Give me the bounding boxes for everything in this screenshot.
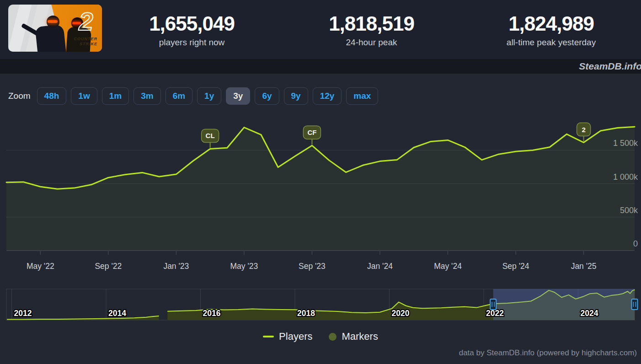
zoom-button-max[interactable]: max xyxy=(346,87,378,105)
legend-players-label: Players xyxy=(279,331,312,343)
x-axis-label: Sep '24 xyxy=(502,262,529,271)
wordmark-counter: COUNTER xyxy=(74,37,98,42)
navigator-selection-mask[interactable] xyxy=(493,289,635,320)
x-axis-label: May '23 xyxy=(230,262,258,271)
alltime-peak-label: all-time peak yesterday xyxy=(507,37,596,48)
brand-bar: SteamDB.info xyxy=(0,59,641,74)
24h-peak-value: 1,818,519 xyxy=(329,12,414,35)
wordmark-strike: STRIKE xyxy=(74,42,98,47)
zoom-toolbar: Zoom 48h1w1m3m6m1y3y6y9y12ymax xyxy=(8,87,378,105)
legend-item-markers[interactable]: Markers xyxy=(329,331,378,343)
navigator-year-label: 2018 xyxy=(297,309,315,318)
ct-silhouette xyxy=(35,24,67,52)
players-area-fill xyxy=(6,127,635,251)
x-axis-label: Jan '25 xyxy=(571,262,597,271)
players-line-swatch xyxy=(263,336,274,337)
stat-alltime-peak: 1,824,989 all-time peak yesterday xyxy=(461,0,641,59)
zoom-button-1m[interactable]: 1m xyxy=(102,87,129,105)
stat-current-players: 1,655,049 players right now xyxy=(102,0,282,59)
steamdb-watermark: SteamDB.info xyxy=(579,61,641,72)
x-axis-label: Jan '23 xyxy=(163,262,189,271)
navigator-year-label: 2012 xyxy=(14,309,32,318)
zoom-button-3y[interactable]: 3y xyxy=(226,87,250,105)
chart-credits[interactable]: data by SteamDB.info (powered by highcha… xyxy=(459,348,637,358)
navigator-year-label: 2020 xyxy=(392,309,410,318)
navigator-year-label: 2024 xyxy=(581,309,598,318)
navigator-year-label: 2016 xyxy=(203,309,221,318)
alltime-peak-value: 1,824,989 xyxy=(508,12,594,35)
player-stats: 1,655,049 players right now 1,818,519 24… xyxy=(102,0,641,59)
zoom-label: Zoom xyxy=(8,91,31,101)
ct-visor-glow xyxy=(48,20,58,23)
current-players-value: 1,655,049 xyxy=(149,12,235,35)
x-axis-label: Sep '22 xyxy=(95,262,122,271)
cs2-numeral-logo: 2 xyxy=(72,7,100,37)
zoom-button-48h[interactable]: 48h xyxy=(37,87,67,105)
x-axis-label: May '22 xyxy=(27,262,54,271)
navigator-handle-left[interactable] xyxy=(490,299,496,310)
legend-markers-label: Markers xyxy=(342,331,378,343)
event-marker-label: CF xyxy=(307,128,316,136)
zoom-button-1y[interactable]: 1y xyxy=(197,87,221,105)
header: 2 COUNTER STRIKE 1,655,049 players right… xyxy=(0,0,641,59)
current-players-label: players right now xyxy=(159,37,225,48)
24h-peak-label: 24-hour peak xyxy=(346,37,397,48)
cs-wordmark: COUNTER STRIKE xyxy=(74,37,98,47)
x-axis-label: Sep '23 xyxy=(299,262,326,271)
cs2-numeral-text: 2 xyxy=(78,7,93,36)
event-marker-label: CL xyxy=(206,132,215,139)
zoom-button-12y[interactable]: 12y xyxy=(313,87,342,105)
chart-legend: Players Markers xyxy=(0,331,641,343)
x-axis-label: May '24 xyxy=(434,262,462,271)
zoom-button-1w[interactable]: 1w xyxy=(71,87,97,105)
event-marker-label: 2 xyxy=(582,126,585,134)
x-axis-label: Jan '24 xyxy=(367,262,393,271)
game-banner[interactable]: 2 COUNTER STRIKE xyxy=(8,5,102,52)
navigator-handle-right[interactable] xyxy=(632,299,638,310)
zoom-button-3m[interactable]: 3m xyxy=(134,87,160,105)
legend-item-players[interactable]: Players xyxy=(263,331,312,343)
zoom-button-6y[interactable]: 6y xyxy=(255,87,279,105)
navigator-year-label: 2014 xyxy=(108,309,126,318)
zoom-button-9y[interactable]: 9y xyxy=(284,87,308,105)
markers-dot-swatch xyxy=(329,333,337,341)
zoom-button-6m[interactable]: 6m xyxy=(166,87,192,105)
stat-24h-peak: 1,818,519 24-hour peak xyxy=(282,0,461,59)
